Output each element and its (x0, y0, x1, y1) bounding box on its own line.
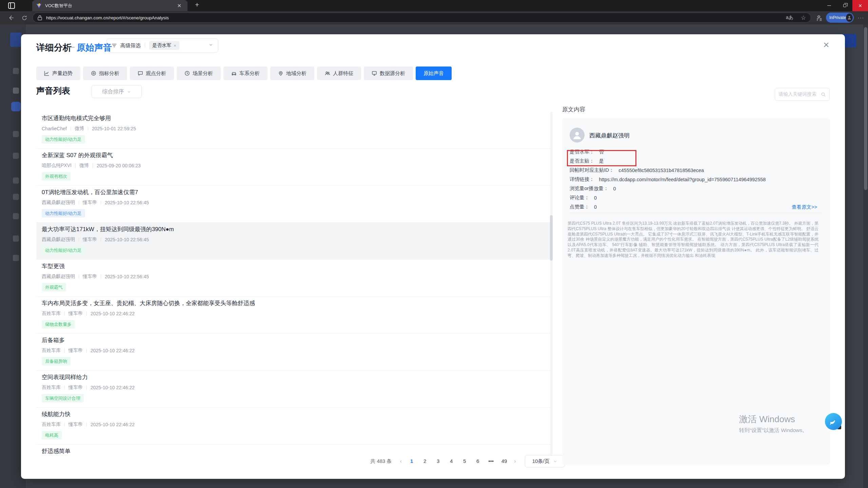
voice-list-item[interactable]: 车内布局灵活多变，女王座、贵妃榻、大床房随心切换，全家都能享受头等舱舒适感 百姓… (36, 297, 550, 334)
minimize-button[interactable] (821, 0, 837, 11)
page-size-select[interactable]: 10条/页 (525, 455, 565, 467)
voice-source: 懂车帝 (68, 421, 83, 428)
next-page-icon[interactable]: › (513, 458, 517, 465)
sidebar-icon[interactable] (13, 131, 19, 137)
voice-title: 车内布局灵活多变，女王座、贵妃榻、大床房随心切换，全家都能享受头等舱舒适感 (42, 299, 545, 307)
annotation-red-box (567, 150, 636, 166)
tab-close-icon[interactable]: ✕ (177, 3, 181, 9)
voice-list-item[interactable]: 市区通勤纯电模式完全够用 CharlieChef 微博 2025-10-01 2… (36, 112, 550, 149)
tab-datasource-analysis[interactable]: 数据源分析 (364, 67, 413, 80)
page-number-4[interactable]: 4 (447, 456, 456, 466)
list-scrollbar[interactable] (550, 112, 553, 456)
page-number-3[interactable]: 3 (434, 456, 442, 466)
page-number-49[interactable]: 49 (500, 456, 509, 466)
sidebar-icon[interactable] (13, 153, 19, 159)
pagination-total: 共 483 条 (370, 458, 392, 465)
sidebar-icon[interactable] (13, 88, 19, 94)
tab-scene-analysis[interactable]: 场景分析 (177, 67, 221, 80)
close-window-button[interactable]: ✕ (852, 0, 868, 11)
page-number-5[interactable]: 5 (460, 456, 469, 466)
voice-list-item[interactable]: 最大功率可达171kW，扭矩达到同级最强的390N●m 西藏鼎麒赵强明 懂车帝 … (36, 223, 550, 260)
voice-datetime: 2025-10-10 22:56:45 (105, 237, 149, 242)
voice-source: 懂车帝 (83, 200, 97, 206)
voice-meta: 百姓车库 懂车帝 2025-10-10 22:46:22 (42, 421, 545, 428)
sidebar-icon[interactable] (13, 213, 19, 219)
voice-meta: 百姓车库 懂车帝 2025-10-10 22:46:22 (42, 348, 545, 354)
view-original-link[interactable]: 查看原文>> (792, 204, 817, 210)
voice-meta: 西藏鼎麒赵强明 懂车帝 2025-10-10 22:56:45 (42, 200, 545, 206)
sort-select[interactable]: 综合排序 (92, 85, 142, 98)
voice-author: 百姓车库 (42, 348, 61, 354)
chevron-down-icon[interactable] (209, 42, 213, 49)
monitor-icon (372, 71, 377, 76)
voice-datetime: 2025-10-10 22:56:45 (105, 274, 149, 279)
voice-tag: 电耗高 (42, 431, 62, 439)
page-number-1[interactable]: 1 (407, 456, 416, 466)
analysis-tabs: 声量趋势 指标分析 观点分析 场景分析 车系分析 地域分析 人群特征 数据源分析… (36, 67, 452, 80)
back-icon[interactable] (6, 11, 16, 24)
page-ellipsis[interactable]: ••• (487, 456, 495, 466)
filter-tag-chip[interactable]: 是否水军 × (149, 41, 179, 50)
browser-tab[interactable]: VOC数智平台 ✕ (32, 0, 188, 11)
voice-list-item[interactable]: 后备箱多 百姓车库 懂车帝 2025-10-10 22:46:22 后备箱异响 (36, 334, 550, 371)
tab-opinion-analysis[interactable]: 观点分析 (130, 67, 174, 80)
sidebar-icon[interactable] (13, 236, 19, 242)
page-scrollbar-thumb[interactable] (864, 27, 867, 190)
modal-close-icon[interactable]: × (823, 40, 829, 50)
page-number-2[interactable]: 2 (420, 456, 429, 466)
voice-list-item[interactable]: 0T涡轮增压发动机，百公里加速仅需7 西藏鼎麒赵强明 懂车帝 2025-10-1… (36, 186, 550, 223)
page-number-6[interactable]: 6 (473, 456, 482, 466)
tab-region-analysis[interactable]: 地域分析 (270, 67, 314, 80)
voice-title: 最大功率可达171kW，扭矩达到同级最强的390N●m (42, 225, 545, 233)
voice-author: CharlieChef (42, 126, 67, 131)
voice-author: 西藏鼎麒赵强明 (42, 237, 75, 243)
search-icon (821, 92, 826, 97)
new-tab-button[interactable]: + (195, 1, 199, 9)
voice-tag: 储物盒数量多 (42, 320, 75, 329)
screen: VOC数智平台 ✕ + ✕ https://vocuat.changan.com… (0, 0, 868, 488)
browser-menu-icon[interactable]: ··· (856, 11, 866, 24)
tab-series-analysis[interactable]: 车系分析 (223, 67, 268, 80)
sidebar-icon[interactable] (13, 68, 19, 74)
pin-icon (278, 71, 283, 76)
detail-field-row: 点赞量： 0 (570, 202, 823, 211)
restore-button[interactable] (837, 0, 852, 11)
favorite-star-icon[interactable]: ☆ (801, 14, 806, 21)
tab-volume-trend[interactable]: 声量趋势 (36, 67, 80, 80)
tab-original-voice[interactable]: 原始声音 (416, 67, 452, 80)
voice-title: 续航能力快 (42, 410, 545, 418)
favorites-bar-icon[interactable] (814, 11, 824, 24)
sort-label: 综合排序 (102, 88, 124, 95)
sidebar-icon[interactable] (13, 194, 19, 200)
workspaces-icon[interactable] (8, 2, 15, 9)
chat-widget[interactable] (825, 413, 842, 430)
prev-page-icon[interactable]: ‹ (399, 458, 403, 465)
voice-list-item[interactable]: 空间表现同样给力 百姓车库 懂车帝 2025-10-10 22:46:22 车辆… (36, 371, 550, 408)
voice-tag: 外观霸气 (42, 283, 66, 292)
chat-bird-icon[interactable] (825, 413, 842, 430)
inprivate-badge[interactable]: InPrivate (826, 13, 854, 23)
voice-list-item[interactable]: 车型更强 西藏鼎麒赵强明 懂车帝 2025-10-10 22:56:45 外观霸… (36, 260, 550, 297)
sidebar-icon[interactable] (13, 255, 19, 261)
voice-datetime: 2025-10-10 22:46:22 (91, 311, 135, 316)
original-content-header: 原文内容 (562, 106, 585, 113)
translate-icon[interactable]: aあ (786, 15, 793, 21)
voice-list-item[interactable]: 全新深蓝 S07 的外观很霸气 咱那么纯PXVI 微博 2025-09-20 0… (36, 149, 550, 186)
filter-tag-label: 是否水军 (152, 42, 171, 49)
voice-list-item[interactable]: 舒适感简单 (36, 445, 550, 456)
tab-crowd-features[interactable]: 人群特征 (317, 67, 361, 80)
refresh-icon[interactable] (20, 11, 29, 24)
sidebar-gear-icon[interactable] (13, 177, 19, 184)
url-bar[interactable]: https://vocuat.changan.com.cn/report/#/s… (33, 13, 811, 23)
url-text: https://vocuat.changan.com.cn/report/#/s… (46, 15, 786, 20)
voice-list-item[interactable]: 续航能力快 百姓车库 懂车帝 2025-10-10 22:46:22 电耗高 (36, 408, 550, 445)
title-separator: — (67, 42, 75, 51)
voice-datetime: 2025-10-10 22:46:22 (91, 385, 135, 390)
keyword-search-input[interactable]: 请输入关键词搜索 (775, 88, 830, 101)
tab-metric-analysis[interactable]: 指标分析 (83, 67, 127, 80)
advanced-filter-control[interactable]: 高级筛选 是否水军 × (106, 38, 218, 53)
page-scrollbar[interactable] (863, 24, 868, 488)
list-scrollbar-thumb[interactable] (550, 215, 553, 261)
remove-tag-icon[interactable]: × (174, 43, 176, 48)
sidebar-icon-active[interactable] (11, 102, 21, 111)
